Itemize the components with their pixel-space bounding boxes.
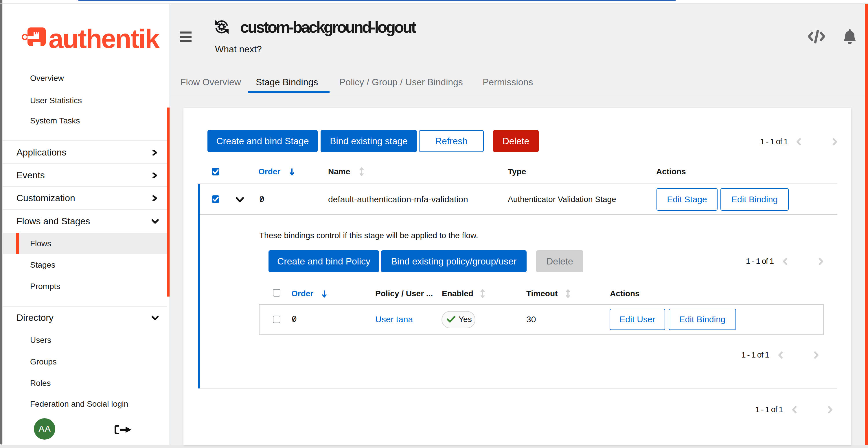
svg-text:authentik: authentik — [49, 28, 160, 50]
